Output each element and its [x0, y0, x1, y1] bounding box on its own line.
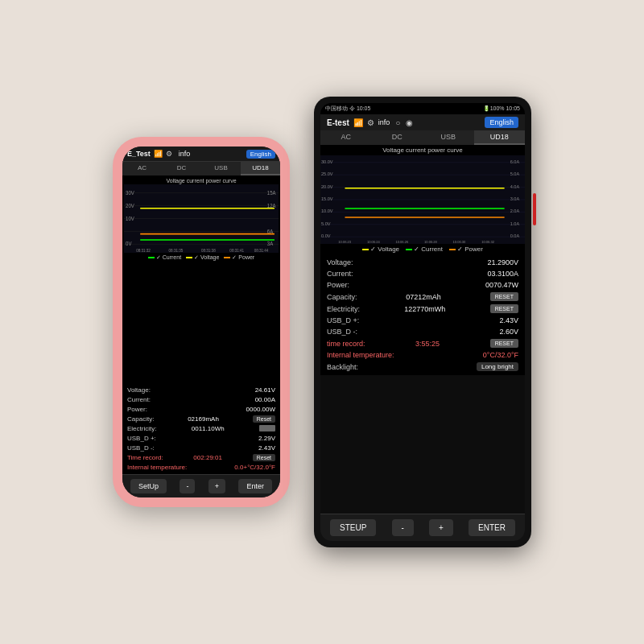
iphone-tab-bar: AC DC USB UD18	[122, 162, 280, 175]
android-capacity-row: Capacity: 07212mAh RESET	[327, 291, 518, 303]
android-legend-voltage: ✓ Voltage	[362, 246, 399, 253]
android-usbd-minus-row: USB_D -: 2.60V	[327, 326, 518, 337]
svg-text:2.0A: 2.0A	[510, 208, 520, 213]
svg-text:5.0A: 5.0A	[510, 171, 520, 176]
tab-dc[interactable]: DC	[162, 162, 201, 175]
capacity-row: Capacity: 02169mAh Reset	[127, 414, 275, 423]
android-data-fields: Voltage: 21.2900V Current: 03.3100A Powe…	[320, 254, 525, 375]
android-backlight-row: Backlight: Long bright	[327, 361, 518, 373]
time-record-row: Time record: 002:29:01 Reset	[127, 452, 275, 462]
android-info-button[interactable]: info	[378, 118, 390, 126]
capacity-reset-button[interactable]: Reset	[253, 415, 275, 423]
svg-text:0V: 0V	[126, 241, 132, 246]
iphone-bottom-bar: SetUp - + Enter	[122, 474, 280, 497]
android-temp-row: Internal temperature: 0°C/32.0°F	[327, 349, 518, 361]
svg-text:10:06:32: 10:06:32	[481, 240, 494, 244]
android-power-row: Power: 0070.47W	[327, 279, 518, 291]
voltage-row: Voltage: 24.61V	[127, 385, 275, 394]
android-language-button[interactable]: English	[485, 117, 518, 128]
svg-text:08:31:41: 08:31:41	[229, 249, 244, 253]
iphone-app-title: E_Test	[127, 150, 151, 158]
svg-text:10:06:24: 10:06:24	[367, 240, 380, 244]
android-screen: 中国移动 令 10:05 🔋100% 10:05 E-test 📶 ⚙ info…	[320, 103, 525, 541]
android-bluetooth-icon: 📶	[353, 118, 363, 127]
plus-button[interactable]: +	[208, 479, 225, 493]
iphone-device: E_Test 📶 ⚙ info English AC DC USB UD18 V…	[113, 137, 290, 507]
bluetooth-icon: 📶	[154, 150, 163, 158]
tab-ac[interactable]: AC	[122, 162, 162, 175]
svg-text:25.0V: 25.0V	[321, 171, 333, 176]
svg-text:20V: 20V	[126, 203, 135, 208]
android-tab-ud18[interactable]: UD18	[474, 130, 526, 145]
minus-button[interactable]: -	[180, 479, 195, 493]
svg-text:30V: 30V	[126, 190, 135, 196]
info-button[interactable]: info	[175, 149, 194, 159]
android-tab-dc[interactable]: DC	[372, 130, 423, 145]
language-button[interactable]: English	[246, 150, 275, 159]
iphone-chart-canvas: 30V 20V 10V 0V 15A 12A 6A 3A	[124, 184, 279, 253]
android-app-title: E-test	[327, 118, 349, 127]
android-tab-bar: AC DC USB UD18	[320, 130, 525, 145]
tab-usb[interactable]: USB	[201, 162, 241, 175]
android-electricity-row: Electricity: 122770mWh RESET	[327, 303, 518, 315]
iphone-chart-title: Voltage current power curve	[124, 177, 279, 184]
svg-text:0.0V: 0.0V	[321, 233, 331, 238]
android-current-row: Current: 03.3100A	[327, 268, 518, 279]
svg-text:15.0V: 15.0V	[321, 196, 333, 201]
svg-text:08:31:32: 08:31:32	[136, 249, 151, 253]
svg-text:30.0V: 30.0V	[321, 159, 333, 164]
power-row: Power: 0000.00W	[127, 404, 275, 414]
backlight-value: Long bright	[477, 362, 518, 371]
android-tab-usb[interactable]: USB	[423, 130, 474, 145]
android-setup-button[interactable]: STEUP	[330, 519, 376, 536]
android-electricity-reset[interactable]: RESET	[490, 304, 518, 313]
android-plus-button[interactable]: +	[429, 519, 453, 536]
temp-row: Internal temperature: 0.0+°C/32.0°F	[127, 462, 275, 472]
legend-current: ✓ Current	[148, 254, 181, 261]
svg-text:10:06:26: 10:06:26	[395, 240, 408, 244]
time-reset-button[interactable]: Reset	[253, 454, 275, 461]
svg-text:08:31:38: 08:31:38	[201, 249, 216, 253]
usbd-minus-row: USB_D -: 2.43V	[127, 443, 275, 452]
setup-button[interactable]: SetUp	[130, 479, 167, 493]
iphone-chart-svg: 30V 20V 10V 0V 15A 12A 6A 3A	[124, 184, 279, 253]
android-time-row: time record: 3:55:25 RESET	[327, 337, 518, 349]
iphone-chart-legend: ✓ Current ✓ Voltage ✓ Power	[124, 253, 279, 262]
android-capacity-reset[interactable]: RESET	[490, 292, 518, 301]
tab-ud18[interactable]: UD18	[241, 162, 280, 175]
android-enter-button[interactable]: ENTER	[469, 519, 515, 536]
svg-text:12A: 12A	[267, 203, 277, 208]
status-icons: 🔋100% 10:05	[483, 105, 520, 112]
android-chart-svg: 30.0V 25.0V 20.0V 15.0V 10.0V 5.0V 0.0V …	[320, 155, 525, 244]
svg-text:1.0A: 1.0A	[510, 221, 520, 226]
iphone-data-fields: Voltage: 24.61V Current: 00.00A Power: 0…	[122, 382, 280, 474]
android-bottom-bar: STEUP - + ENTER	[320, 514, 525, 541]
android-chart-legend: ✓ Voltage ✓ Current ✓ Power	[320, 244, 525, 254]
android-radio-icon: ◉	[406, 118, 413, 127]
android-status-bar: 中国移动 令 10:05 🔋100% 10:05	[320, 103, 525, 114]
svg-text:10:06:30: 10:06:30	[453, 240, 466, 244]
svg-text:3A: 3A	[267, 241, 274, 246]
android-chart-title: Voltage current power curve	[320, 145, 525, 155]
iphone-screen: E_Test 📶 ⚙ info English AC DC USB UD18 V…	[122, 147, 280, 497]
current-row: Current: 00.00A	[127, 394, 275, 404]
android-minus-button[interactable]: -	[392, 519, 414, 536]
main-container: E_Test 📶 ⚙ info English AC DC USB UD18 V…	[97, 80, 547, 564]
legend-voltage: ✓ Voltage	[186, 254, 219, 261]
svg-text:3.0A: 3.0A	[510, 196, 520, 201]
android-device: 中国移动 令 10:05 🔋100% 10:05 E-test 📶 ⚙ info…	[314, 97, 531, 547]
settings-icon: ⚙	[166, 150, 172, 158]
android-circle-icon: ○	[395, 118, 400, 127]
svg-text:0.0A: 0.0A	[510, 233, 520, 238]
iphone-chart-area: Voltage current power curve 30V 20V 10V …	[122, 175, 280, 382]
svg-text:15A: 15A	[267, 190, 277, 196]
android-time-reset[interactable]: RESET	[490, 339, 518, 348]
enter-button[interactable]: Enter	[238, 479, 272, 493]
svg-text:10:06:23: 10:06:23	[338, 240, 351, 244]
legend-power: ✓ Power	[224, 254, 254, 261]
svg-text:4.0A: 4.0A	[510, 184, 520, 189]
svg-text:10:06:28: 10:06:28	[424, 240, 437, 244]
svg-text:10V: 10V	[126, 215, 135, 221]
android-legend-power: ✓ Power	[449, 246, 483, 253]
android-tab-ac[interactable]: AC	[320, 130, 372, 145]
